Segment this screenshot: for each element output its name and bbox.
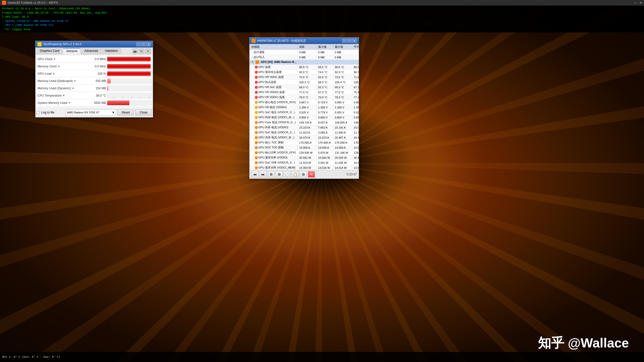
- gpuz-dropdown-gpu-load[interactable]: ▼: [53, 72, 55, 75]
- sensor-val4: 77.2 °C: [352, 95, 359, 100]
- hwinfo-scroll-area[interactable]: 传感器 实际 最小值 最大值 平均 ○ 总计读取 0 MB 0 MB 0 MB …: [249, 44, 359, 170]
- hwinfo-settings3-btn[interactable]: ⚙: [300, 171, 307, 178]
- spark-line-cpu-temp: [107, 93, 152, 98]
- gpuz-bar-sys-mem: [107, 100, 152, 105]
- furmark-line-4: - OpenGL renderer: AMD Radeon RX 5700 XT: [2, 19, 642, 23]
- gpuz-refresh-btn[interactable]: ↻: [139, 49, 144, 54]
- hwinfo-export-btn[interactable]: 📋: [292, 171, 299, 178]
- tab-validation[interactable]: Validation: [102, 48, 121, 54]
- close-btn[interactable]: ✕: [639, 1, 642, 5]
- sensor-val2: 2.401 W: [316, 160, 333, 165]
- log-to-file-label: Log to file: [41, 111, 54, 114]
- gpuz-window-buttons: ─ □ ✕: [136, 42, 151, 46]
- sensor-val2: 8.037 A: [316, 120, 333, 125]
- gpu-section-label: ▼ GPU [#0]: AMD Radeon R...: [250, 60, 359, 65]
- hwinfo-footer: ⏮ ⏭ ⚙ ⚙ 🕐 📋 ⚙ ✕ 0:10:47: [249, 170, 359, 179]
- gpuz-minimize-btn[interactable]: ─: [136, 42, 141, 46]
- gpuz-close-btn[interactable]: ✕: [146, 42, 151, 46]
- col-min: 最小值: [316, 44, 333, 50]
- sensor-val2: 170.000 A: [316, 140, 333, 145]
- sensor-val1: 0.867 V: [298, 100, 316, 105]
- sensor-val4: 13.978 W: [352, 165, 359, 170]
- table-row: GPU SoC 电流 (VDDCR_S...) 11.913 A 3.085 A…: [250, 130, 359, 135]
- sensor-val2: 10.664 W: [316, 155, 333, 160]
- gpuz-camera-btn[interactable]: 📷: [132, 49, 138, 54]
- sensor-val3: 15.191 A: [333, 125, 352, 130]
- sensor-val3: 1.356 V: [333, 105, 352, 110]
- gpuz-toolbar: 📷 ↻ ≡: [131, 48, 152, 54]
- gpuz-dropdown-memory-clock[interactable]: ▼: [58, 65, 60, 68]
- col-avg: 平均: [352, 44, 359, 50]
- sensor-val2: 55.3 °C: [316, 85, 333, 90]
- gpuz-dropdown-gpu-clock[interactable]: ▼: [53, 58, 56, 60]
- sensor-label: GPU 核心电压 (VDDCR_GFX): [250, 100, 298, 105]
- nav-back-btn[interactable]: ⏮: [252, 171, 259, 178]
- sensor-val3: 69.0 °C: [333, 85, 352, 90]
- sensor-label: GPU VR SoC 温度: [250, 85, 298, 90]
- gpuz-label-text-sys-mem: System Memory Used: [38, 101, 67, 105]
- gpuz-dropdown-mem-dynamic[interactable]: ▼: [72, 87, 74, 90]
- gpuz-bar-cpu-temp: [107, 93, 152, 98]
- sensor-val3: 11.940 A: [333, 130, 352, 135]
- hwinfo-settings2-btn[interactable]: ⚙: [276, 171, 283, 178]
- sensor-val4: 67.2 °C: [352, 85, 359, 90]
- table-row: ○ 总计读取 0 MB 0 MB 0 MB: [250, 50, 359, 55]
- gpuz-menu-btn[interactable]: ≡: [145, 49, 151, 54]
- sensor-val2: 15.313 A: [316, 135, 333, 140]
- tab-sensors[interactable]: Sensors: [63, 48, 81, 54]
- gpuz-dropdown-cpu-temp[interactable]: ▼: [63, 94, 65, 97]
- furmark-line-3: [ GPU load: 99 %: [2, 15, 642, 19]
- gpuz-label-sys-mem: System Memory Used ▼: [37, 101, 87, 105]
- sensor-label: GPU SoC 电流 (VDDCR_S...): [250, 130, 298, 135]
- nav-forward-btn[interactable]: ⏭: [260, 171, 267, 178]
- furmark-line-5: - GPU 1 (AMD Radeon RX 5700 XT): [2, 23, 642, 27]
- hwinfo-close-footer-btn[interactable]: ✕: [308, 171, 315, 178]
- gpu-selector[interactable]: AMD Radeon RX 5700 XT ▼: [66, 109, 116, 116]
- gpuz-value-mem-dedicated: 555 MB: [87, 79, 107, 83]
- sensor-val1: 170.000 A: [298, 140, 316, 145]
- cell-val1: 0 MB: [298, 55, 316, 60]
- minimize-btn[interactable]: ─: [634, 1, 636, 5]
- gpuz-value-sys-mem: 5630 MB: [87, 101, 107, 105]
- gpuz-label-memory-clock: Memory Clock ▼: [37, 65, 87, 68]
- sensor-val3: 149.825 A: [333, 120, 352, 125]
- sensor-label: GPU SoC 功率 (VDDCR_S...): [250, 160, 298, 165]
- taskbar-text: GPU 1: 8° C (min: 0° C · max: 8° C): [2, 355, 60, 358]
- sensor-label: GPU VR VDDC 温度: [250, 75, 298, 80]
- tab-graphics-card[interactable]: Graphics Card: [37, 48, 62, 54]
- sensor-val2: 68.2 °C: [316, 65, 333, 70]
- sensor-label: GPU SoC 电压 (VDDCR_S...): [250, 110, 298, 115]
- gpuz-value-memory-clock: 0.0 MHz: [87, 65, 107, 68]
- collapse-btn[interactable]: ▼: [251, 61, 254, 63]
- sensor-val1: 14.000 A: [298, 145, 316, 150]
- log-to-file-checkbox[interactable]: [37, 111, 40, 114]
- gpuz-titlebar: TechPowerUp GPU-Z 2.54.0 ─ □ ✕: [35, 41, 153, 48]
- hwinfo-maximize-btn[interactable]: □: [347, 39, 352, 43]
- sensor-val1: 77.0 °C: [298, 90, 316, 95]
- sensor-val4: 11.791 A: [352, 130, 359, 135]
- gpuz-icon: [38, 42, 42, 46]
- sensor-label: GPU SOC TDC 限制: [250, 145, 298, 150]
- hwinfo-close-btn[interactable]: ✕: [352, 39, 357, 43]
- table-row: GPU VR VDDIO 温度 77.0 °C 67.3 °C 77.0 °C …: [250, 90, 359, 95]
- hwinfo-clock-btn[interactable]: 🕐: [284, 171, 291, 178]
- gpuz-dropdown-sys-mem[interactable]: ▼: [68, 102, 70, 104]
- sensor-label: GPU 内存 电流 (VDDIO): [250, 125, 298, 130]
- close-button[interactable]: Close: [135, 109, 152, 116]
- reset-button[interactable]: Reset: [118, 109, 134, 116]
- sensor-val2: 68.3 °C: [316, 80, 333, 85]
- gpuz-label-text-gpu-clock: GPU Clock: [38, 57, 52, 61]
- tab-advanced[interactable]: Advanced: [81, 48, 101, 54]
- gpuz-maximize-btn[interactable]: □: [141, 42, 146, 46]
- hwinfo-footer-buttons: ⏮ ⏭ ⚙ ⚙ 🕐 📋 ⚙ ✕: [252, 171, 315, 178]
- gpuz-dropdown-mem-dedicated[interactable]: ▼: [74, 80, 76, 82]
- hwinfo-minimize-btn[interactable]: ─: [342, 39, 347, 43]
- gpuz-value-mem-dynamic: 154 MB: [87, 87, 107, 90]
- hwinfo-settings1-btn[interactable]: ⚙: [268, 171, 275, 178]
- sensor-val2: 14.000 A: [316, 145, 333, 150]
- sensor-label: GPU 显存功率 (VDDCI_MEM): [250, 165, 298, 170]
- furmark-line-1: FurMark v1.35.0.8 - Burn-in test, 2568x1…: [2, 7, 642, 11]
- gpuz-footer-left: Log to file: [37, 111, 54, 114]
- sensor-val1: 149.724 A: [298, 120, 316, 125]
- taskbar: GPU 1: 8° C (min: 0° C · max: 8° C): [0, 352, 644, 362]
